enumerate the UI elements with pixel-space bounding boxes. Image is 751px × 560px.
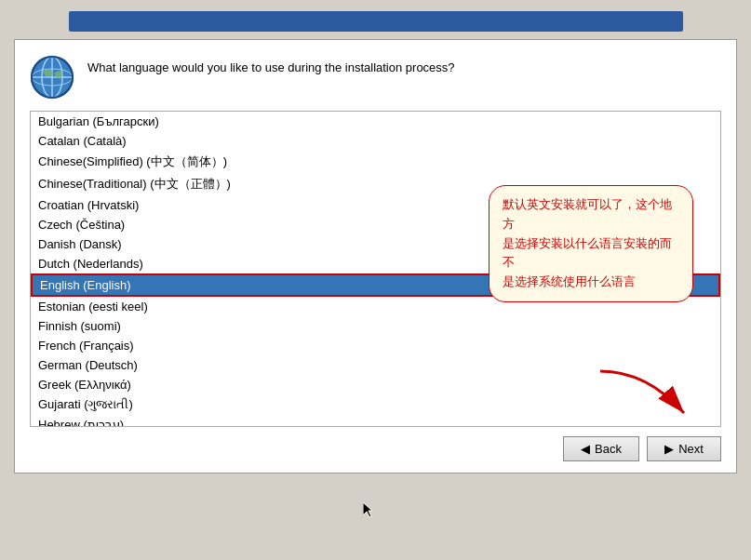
list-item[interactable]: French (Français) [31, 336, 720, 355]
list-item[interactable]: Greek (Ελληνικά) [31, 375, 720, 394]
main-container: What language would you like to use duri… [14, 39, 737, 473]
svg-marker-7 [363, 502, 372, 517]
back-button[interactable]: ◀ Back [563, 436, 639, 461]
footer-area: ◀ Back ▶ Next [15, 427, 736, 473]
next-arrow-icon: ▶ [664, 442, 674, 456]
globe-icon [30, 55, 74, 100]
header-text: What language would you like to use duri… [87, 55, 455, 77]
list-item[interactable]: Finnish (suomi) [31, 316, 720, 336]
list-item[interactable]: Gujarati (ગુજરાતી) [31, 394, 720, 415]
title-bar [69, 11, 683, 32]
list-item[interactable]: Catalan (Català) [31, 131, 720, 151]
list-item[interactable]: German (Deutsch) [31, 355, 720, 375]
back-arrow-icon: ◀ [581, 442, 590, 456]
back-label: Back [595, 442, 622, 456]
next-button[interactable]: ▶ Next [647, 436, 721, 461]
next-label: Next [678, 442, 704, 456]
annotation-text: 默认英文安装就可以了，这个地方 是选择安装以什么语言安装的而不 是选择系统使用什… [503, 197, 672, 288]
list-item[interactable]: Chinese(Simplified) (中文（简体）) [31, 151, 720, 173]
list-item[interactable]: Hebrew (עברית) [31, 415, 720, 426]
list-item[interactable]: Bulgarian (Български) [31, 112, 720, 131]
annotation-bubble: 默认英文安装就可以了，这个地方 是选择安装以什么语言安装的而不 是选择系统使用什… [489, 185, 693, 302]
mouse-cursor [363, 502, 372, 517]
header-area: What language would you like to use duri… [15, 40, 736, 111]
